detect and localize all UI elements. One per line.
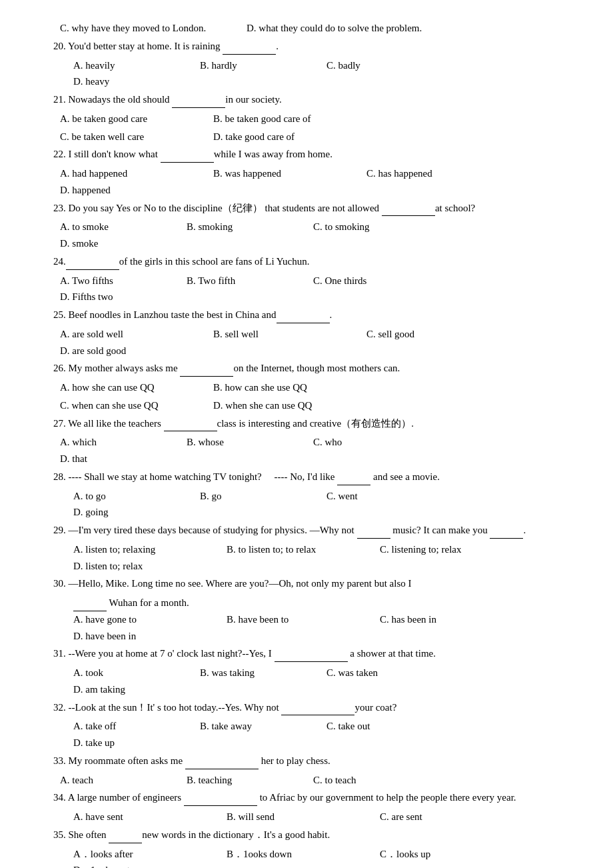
question-33: 33. My roommate often asks me her to pla… (53, 753, 560, 769)
exam-content: C. why have they moved to London. D. wha… (53, 20, 560, 868)
q30-text2: Wuhan for a month. (53, 595, 560, 611)
question-22: 22. I still don't know what while I was … (53, 146, 560, 163)
q27-options: A. which B. whose C. who D. that (53, 434, 560, 467)
q21-options-ab: A. be taken good care B. be taken good c… (53, 111, 560, 127)
q31-options: A. took B. was taking C. was taken D. am… (53, 665, 560, 698)
question-27: 27. We all like the teachers class is in… (53, 415, 560, 432)
question-20: 20. You'd better stay at home. It is rai… (53, 38, 560, 55)
question-34: 34. A large number of engineers to Afria… (53, 789, 560, 806)
q24-options: A. Two fifths B. Two fifth C. One thirds… (53, 273, 560, 306)
q25-options: A. are sold well B. sell well C. sell go… (53, 326, 560, 359)
option-c-top: C. why have they moved to London. (60, 20, 247, 37)
question-21: 21. Nowadays the old should in our socie… (53, 91, 560, 108)
option-d-top: D. what they could do to solve the probl… (247, 20, 422, 37)
question-31: 31. --Were you at home at 7 o' clock las… (53, 645, 560, 662)
q33-options: A. teach B. teaching C. to teach (53, 772, 560, 789)
q26-options-ab: A. how she can use QQ B. how can she use… (53, 379, 560, 396)
question-25: 25. Beef noodles in Lanzhou taste the be… (53, 307, 560, 323)
question-35: 35. She often new words in the dictionar… (53, 827, 560, 843)
question-29: 29. —I'm very tired these days because o… (53, 522, 560, 539)
question-24: 24.of the girls in this school are fans … (53, 253, 560, 270)
q35-options: A．looks after B．1ooks down C．looks up D．… (53, 846, 560, 869)
q22-options: A. had happened B. was happened C. has h… (53, 165, 560, 199)
question-23: 23. Do you say Yes or No to the discipli… (53, 200, 560, 217)
q29-options: A. listen to; relaxing B. to listen to; … (53, 541, 560, 575)
question-top-options: C. why have they moved to London. D. wha… (53, 20, 560, 37)
q20-options: A. heavily B. hardly C. badly D. heavy (53, 57, 560, 91)
question-32: 32. --Look at the sun！It' s too hot toda… (53, 699, 560, 716)
question-28: 28. ---- Shall we stay at home watching … (53, 469, 560, 485)
question-30: 30. —Hello, Mike. Long time no see. Wher… (53, 575, 560, 592)
q26-options-cd: C. when can she use QQ D. when she can u… (53, 397, 560, 414)
q21-options-cd: C. be taken well care D. take good care … (53, 129, 560, 145)
q34-options: A. have sent B. will send C. are sent (53, 809, 560, 825)
q23-options: A. to smoke B. smoking C. to smoking D. … (53, 219, 560, 252)
q32-options: A. take off B. take away C. take out D. … (53, 718, 560, 751)
question-26: 26. My mother always asks me on the Inte… (53, 360, 560, 377)
q30-options: A. have gone to B. have been to C. has b… (53, 611, 560, 645)
q28-options: A. to go B. go C. went D. going (53, 488, 560, 521)
